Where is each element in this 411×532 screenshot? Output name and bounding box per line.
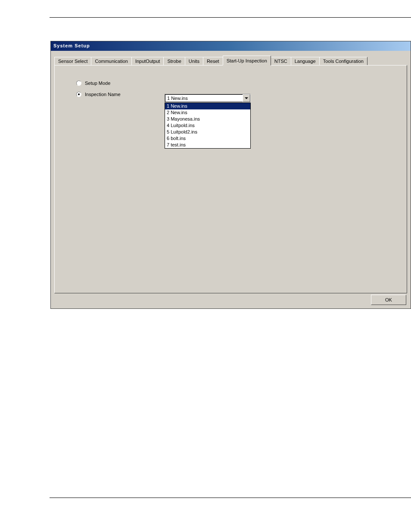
page-divider-bottom — [50, 498, 411, 498]
combo-selected-text: 1 New.ins — [165, 94, 243, 102]
radio-group: Setup Mode Inspection Name — [76, 81, 121, 103]
tab-panel: Setup Mode Inspection Name 1 New.ins 1 N… — [54, 65, 407, 293]
inspection-combo-container: 1 New.ins 1 New.ins 2 New.ins 3 Mayonesa… — [165, 94, 251, 149]
tab-strip: Sensor Select Communication InputOutput … — [54, 55, 407, 65]
radio-inspection-name[interactable]: Inspection Name — [76, 92, 121, 97]
combo-option[interactable]: 1 New.ins — [165, 103, 250, 109]
combo-option[interactable]: 3 Mayonesa.ins — [165, 116, 250, 122]
combo-dropdown-button[interactable] — [243, 94, 250, 102]
ok-button[interactable]: OK — [371, 295, 406, 305]
tab-label: Start-Up Inspection — [227, 58, 267, 63]
tab-strobe[interactable]: Strobe — [163, 57, 185, 65]
combo-option[interactable]: 7 test.ins — [165, 142, 250, 148]
window-title-bar: System Setup — [51, 41, 411, 51]
tab-ntsc[interactable]: NTSC — [271, 57, 291, 65]
window-title: System Setup — [53, 43, 90, 48]
button-label: OK — [385, 297, 392, 302]
tab-units[interactable]: Units — [185, 57, 203, 65]
combo-option[interactable]: 5 Luitpold2.ins — [165, 129, 250, 135]
tab-sensor-select[interactable]: Sensor Select — [54, 57, 91, 65]
system-setup-window: System Setup Sensor Select Communication… — [50, 41, 411, 309]
radio-label: Inspection Name — [85, 92, 121, 97]
radio-setup-mode[interactable]: Setup Mode — [76, 81, 121, 86]
combo-option[interactable]: 6 bolt.ins — [165, 135, 250, 142]
radio-label: Setup Mode — [85, 81, 110, 86]
tab-label: NTSC — [274, 59, 287, 64]
page-divider-top — [50, 17, 411, 18]
tab-start-up-inspection[interactable]: Start-Up Inspection — [223, 56, 271, 65]
combo-option[interactable]: 2 New.ins — [165, 109, 250, 116]
inspection-combo[interactable]: 1 New.ins — [165, 94, 251, 103]
tab-tools-configuration[interactable]: Tools Configuration — [319, 57, 367, 65]
tab-reset[interactable]: Reset — [203, 57, 223, 65]
tab-label: Communication — [95, 59, 128, 64]
window-body: Sensor Select Communication InputOutput … — [51, 51, 411, 308]
tab-communication[interactable]: Communication — [91, 57, 131, 65]
tab-label: Units — [189, 59, 199, 64]
tab-label: Tools Configuration — [323, 59, 364, 64]
tab-label: Sensor Select — [58, 59, 87, 64]
combo-option[interactable]: 4 Luitpold.ins — [165, 122, 250, 129]
tab-label: Strobe — [167, 59, 181, 64]
inspection-combo-list: 1 New.ins 2 New.ins 3 Mayonesa.ins 4 Lui… — [165, 103, 251, 149]
tab-label: Reset — [207, 59, 219, 64]
button-bar: OK — [371, 295, 406, 305]
radio-icon — [76, 92, 81, 97]
chevron-down-icon — [245, 97, 248, 99]
radio-icon — [76, 81, 81, 86]
tab-label: InputOutput — [135, 59, 160, 64]
tab-language[interactable]: Language — [291, 57, 320, 65]
tab-input-output[interactable]: InputOutput — [131, 57, 164, 65]
tab-label: Language — [295, 59, 316, 64]
